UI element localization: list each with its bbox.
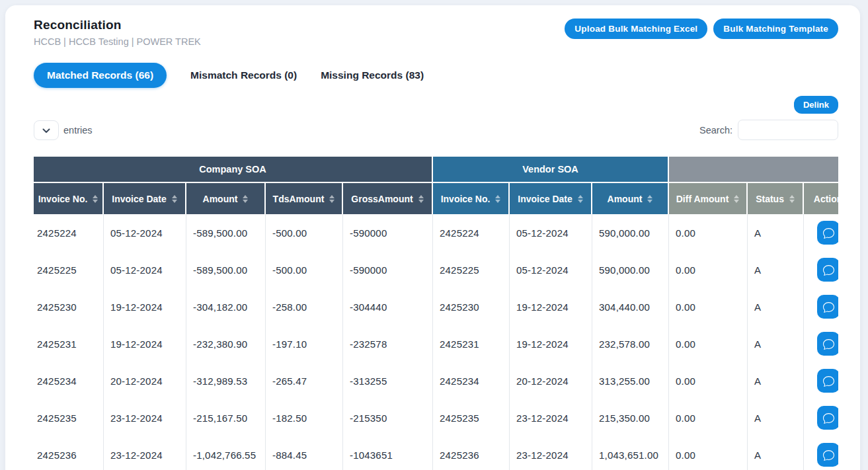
group-header-vendor-soa: Vendor SOA — [433, 157, 669, 183]
controls-row: entries Search: — [34, 120, 838, 140]
table-cell: 2425224 — [34, 214, 104, 251]
chat-action-button[interactable] — [817, 295, 838, 319]
action-cell — [804, 362, 838, 399]
table-cell: 0.00 — [669, 436, 748, 470]
action-cell — [804, 214, 838, 251]
action-cell — [804, 288, 838, 325]
table-cell: -182.50 — [266, 399, 343, 436]
table-cell: -500.00 — [266, 251, 343, 288]
chat-icon — [823, 375, 834, 387]
table-cell: 0.00 — [669, 214, 748, 251]
chat-icon — [823, 450, 834, 461]
column-header-invoice-date[interactable]: Invoice Date — [510, 183, 592, 214]
search-label: Search: — [699, 125, 732, 136]
table-cell: -265.47 — [266, 362, 343, 399]
chat-action-button[interactable] — [817, 221, 838, 245]
table-cell: A — [748, 288, 804, 325]
table-cell: -215350 — [343, 399, 433, 436]
table-cell: 20-12-2024 — [510, 362, 592, 399]
table-row: 242523523-12-2024-215,167.50-182.50-2153… — [34, 399, 838, 436]
chat-icon — [823, 338, 834, 350]
tab-missing-records[interactable]: Missing Records (83) — [321, 69, 424, 81]
chat-icon — [823, 301, 834, 313]
action-cell — [804, 436, 838, 470]
bulk-matching-template-button[interactable]: Bulk Matching Template — [713, 19, 838, 39]
column-header-status[interactable]: Status — [748, 183, 804, 214]
table-cell: 05-12-2024 — [104, 214, 186, 251]
sort-arrows-icon — [578, 195, 583, 203]
records-table-container: Company SOAVendor SOAInvoice No.Invoice … — [34, 157, 838, 470]
chat-action-button[interactable] — [817, 369, 838, 393]
chat-action-button[interactable] — [817, 443, 838, 467]
table-cell: 23-12-2024 — [104, 436, 186, 470]
tab-mismatch-records[interactable]: Mismatch Records (0) — [190, 69, 297, 81]
table-cell: 1,043,651.00 — [592, 436, 669, 470]
table-cell: -313255 — [343, 362, 433, 399]
column-header-invoice-no-[interactable]: Invoice No. — [34, 183, 104, 214]
chat-action-button[interactable] — [817, 332, 838, 356]
table-cell: 313,255.00 — [592, 362, 669, 399]
table-row: 242522505-12-2024-589,500.00-500.00-5900… — [34, 251, 838, 288]
table-cell: 23-12-2024 — [510, 399, 592, 436]
chat-icon — [823, 264, 834, 276]
table-cell: -884.45 — [266, 436, 343, 470]
table-cell: 215,350.00 — [592, 399, 669, 436]
table-cell: 590,000.00 — [592, 214, 669, 251]
sort-arrows-icon — [93, 195, 98, 203]
chat-icon — [823, 227, 834, 239]
column-header-diff-amount[interactable]: Diff Amount — [669, 183, 748, 214]
title-block: Reconciliation HCCB | HCCB Testing | POW… — [34, 18, 201, 47]
table-cell: 0.00 — [669, 288, 748, 325]
column-header-tdsamount[interactable]: TdsAmount — [266, 183, 343, 214]
table-cell: 23-12-2024 — [510, 436, 592, 470]
chat-icon — [823, 412, 834, 424]
entries-label: entries — [63, 125, 93, 136]
table-cell: -1,042,766.55 — [186, 436, 266, 470]
action-cell — [804, 251, 838, 288]
table-cell: 05-12-2024 — [510, 251, 592, 288]
upload-bulk-matching-excel-button[interactable]: Upload Bulk Matching Excel — [565, 19, 707, 39]
group-header-extra — [669, 157, 838, 183]
table-row: 242522405-12-2024-589,500.00-500.00-5900… — [34, 214, 838, 251]
search-control: Search: — [699, 120, 838, 140]
table-cell: 2425234 — [433, 362, 510, 399]
group-header-company-soa: Company SOA — [34, 157, 433, 183]
column-header-grossamount[interactable]: GrossAmount — [343, 183, 433, 214]
sort-arrows-icon — [418, 195, 424, 203]
table-cell: 2425225 — [433, 251, 510, 288]
chat-action-button[interactable] — [817, 406, 838, 430]
sort-arrows-icon — [329, 195, 335, 203]
table-cell: -258.00 — [266, 288, 343, 325]
table-row: 242523420-12-2024-312,989.53-265.47-3132… — [34, 362, 838, 399]
table-row: 242523119-12-2024-232,380.90-197.10-2325… — [34, 325, 838, 362]
entries-select[interactable] — [34, 120, 59, 140]
table-cell: 05-12-2024 — [104, 251, 186, 288]
search-input[interactable] — [738, 120, 838, 140]
table-cell: -589,500.00 — [186, 251, 266, 288]
table-cell: 19-12-2024 — [104, 288, 186, 325]
table-cell: 05-12-2024 — [510, 214, 592, 251]
table-cell: -304,182.00 — [186, 288, 266, 325]
table-cell: 2425224 — [433, 214, 510, 251]
action-cell — [804, 399, 838, 436]
chat-action-button[interactable] — [817, 258, 838, 282]
column-header-amount[interactable]: Amount — [592, 183, 669, 214]
sort-arrows-icon — [243, 195, 248, 203]
sort-arrows-icon — [789, 195, 795, 203]
chevron-down-icon — [42, 124, 50, 136]
tab-matched-records[interactable]: Matched Records (66) — [34, 63, 167, 88]
table-cell: -304440 — [343, 288, 433, 325]
table-cell: A — [748, 325, 804, 362]
column-header-invoice-no-[interactable]: Invoice No. — [433, 183, 510, 214]
table-cell: 232,578.00 — [592, 325, 669, 362]
table-cell: 2425230 — [433, 288, 510, 325]
page-title: Reconciliation — [34, 18, 201, 32]
table-cell: 0.00 — [669, 251, 748, 288]
delink-button[interactable]: Delink — [794, 96, 838, 114]
column-header-invoice-date[interactable]: Invoice Date — [104, 183, 186, 214]
column-header-amount[interactable]: Amount — [186, 183, 266, 214]
breadcrumb: HCCB | HCCB Testing | POWER TREK — [34, 36, 201, 47]
table-cell: 19-12-2024 — [510, 325, 592, 362]
sort-arrows-icon — [647, 195, 652, 203]
table-cell: 2425231 — [433, 325, 510, 362]
